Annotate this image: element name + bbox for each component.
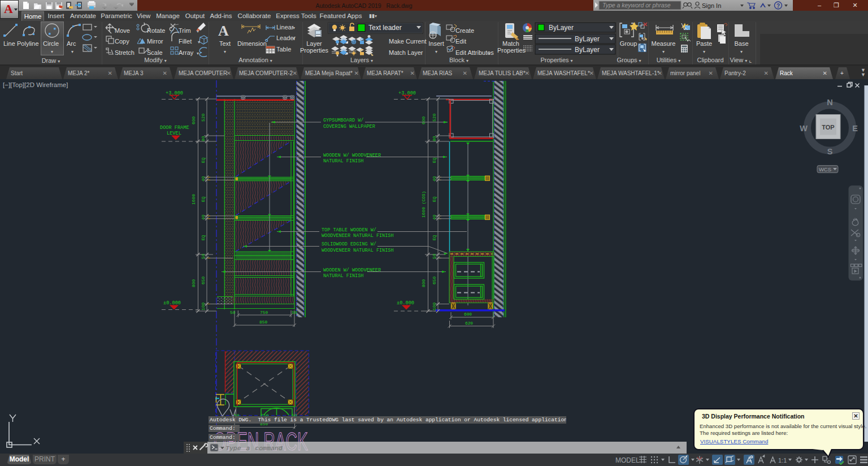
svg-text:1600 (COS): 1600 (COS) [421,191,426,218]
svg-text:WOODVENEER NATURAL FINISH: WOODVENEER NATURAL FINISH [322,233,394,239]
svg-text:50: 50 [201,253,206,259]
svg-text:40: 40 [432,214,437,220]
svg-text:GYPSUMBOARD W/: GYPSUMBOARD W/ [323,118,363,123]
svg-text:1600: 1600 [191,194,196,205]
svg-text:100: 100 [201,303,206,310]
svg-text:80: 80 [201,136,206,141]
svg-text:EQ: EQ [432,196,437,202]
svg-text:N: N [827,98,832,107]
svg-text:Sign In: Sign In [702,2,721,9]
svg-text:Text leader: Text leader [368,24,402,32]
svg-text:TOP: TOP [822,124,834,131]
svg-text:S: S [827,147,833,156]
svg-text:Type a keyword or phrase: Type a keyword or phrase [602,2,671,8]
svg-text:600: 600 [464,312,472,317]
svg-text:800: 800 [191,279,196,287]
svg-text:800: 800 [421,279,426,287]
svg-text:850: 850 [259,320,267,325]
svg-text:WCS: WCS [819,166,831,172]
svg-text:520: 520 [201,114,206,122]
svg-text:NATURAL FINISH: NATURAL FINISH [323,158,363,164]
svg-text:COVERING WALLPAPER: COVERING WALLPAPER [323,124,375,130]
svg-text:A: A [4,2,13,16]
svg-text:600: 600 [191,116,196,124]
svg-text:NATURAL FINISH: NATURAL FINISH [323,273,363,279]
svg-text:600: 600 [421,116,426,124]
svg-text:E: E [852,124,858,133]
svg-text:Type a command: Type a command [225,445,283,452]
svg-text:EQ: EQ [201,196,206,202]
svg-text:80: 80 [432,136,437,141]
svg-text:750: 750 [260,310,268,315]
svg-text:EQ: EQ [432,235,437,240]
svg-text:50: 50 [292,310,298,315]
svg-text:EQ: EQ [432,157,437,163]
svg-text:40: 40 [201,176,206,182]
svg-text:40: 40 [432,176,437,182]
svg-text:620: 620 [465,321,473,326]
svg-text:?: ? [776,3,780,9]
svg-text:50: 50 [230,310,236,315]
svg-text:SOLIDWOOD EDGING W/: SOLIDWOOD EDGING W/ [322,241,376,247]
svg-text:520: 520 [432,114,437,122]
svg-text:50: 50 [432,253,437,259]
svg-text:ByLayer: ByLayer [549,24,574,32]
svg-text:W: W [800,124,808,133]
svg-text:ByLayer: ByLayer [575,35,600,43]
svg-text:EQ: EQ [201,157,206,163]
svg-text:40: 40 [201,214,206,220]
svg-text:1:1: 1:1 [778,457,787,464]
svg-text:MODEL: MODEL [615,456,640,464]
svg-text:[−][Top][2D Wireframe]: [−][Top][2D Wireframe] [3,81,68,88]
svg-text:650: 650 [201,277,206,284]
svg-text:WOODVENEER NATURAL FINISH: WOODVENEER NATURAL FINISH [322,248,394,253]
svg-text:EQ: EQ [201,235,206,240]
svg-text:TOP TABLE WOODEN W/: TOP TABLE WOODEN W/ [322,227,376,233]
svg-text:ByLayer: ByLayer [575,46,600,54]
svg-text:100: 100 [432,303,437,310]
svg-text:650: 650 [432,277,437,284]
svg-text:DOOR FRAME: DOOR FRAME [160,125,189,131]
